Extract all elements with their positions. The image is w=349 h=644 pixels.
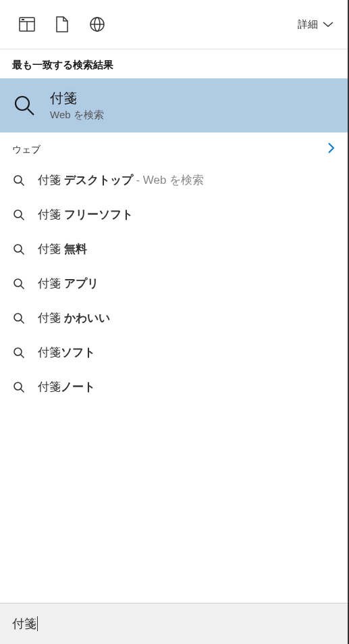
chevron-down-icon: [322, 21, 334, 28]
svg-point-11: [14, 210, 22, 218]
search-icon: [12, 174, 26, 187]
best-match-header: 最も一致する検索結果: [0, 49, 348, 78]
best-match-subtitle: Web を検索: [50, 109, 335, 122]
web-label: ウェブ: [12, 144, 41, 156]
svg-line-8: [28, 109, 34, 115]
suggestion-item[interactable]: 付箋 デスクトップ - Web を検索: [0, 163, 348, 197]
details-toggle[interactable]: 詳細: [298, 18, 334, 31]
svg-line-20: [21, 354, 24, 357]
best-match-item[interactable]: 付箋 Web を検索: [0, 78, 348, 132]
svg-point-13: [14, 245, 22, 252]
search-icon: [12, 93, 36, 118]
svg-point-15: [14, 279, 22, 287]
details-label: 詳細: [298, 18, 318, 31]
document-icon[interactable]: [54, 16, 70, 32]
svg-line-12: [21, 216, 24, 220]
search-icon: [12, 208, 26, 222]
search-icon: [12, 312, 26, 325]
search-icon: [12, 346, 26, 360]
suggestion-item[interactable]: 付箋 無料: [0, 232, 348, 266]
search-icon: [12, 380, 26, 394]
svg-point-21: [14, 382, 22, 390]
search-icon: [12, 277, 26, 291]
header-icons: [19, 16, 105, 32]
chevron-right-icon: [327, 142, 335, 157]
svg-point-9: [14, 176, 22, 183]
suggestion-item[interactable]: 付箋 かわいい: [0, 301, 348, 335]
suggestion-item[interactable]: 付箋ノート: [0, 370, 348, 404]
search-box[interactable]: 付箋: [0, 603, 348, 644]
svg-point-17: [14, 314, 22, 321]
suggestion-text: 付箋 かわいい: [38, 310, 110, 326]
suggestion-list: 付箋 デスクトップ - Web を検索 付箋 フリーソフト 付箋 無料 付箋 ア…: [0, 163, 348, 404]
suggestion-text: 付箋 アプリ: [38, 276, 99, 291]
best-match-text: 付箋 Web を検索: [50, 89, 335, 122]
apps-icon[interactable]: [19, 16, 35, 32]
suggestion-item[interactable]: 付箋 アプリ: [0, 266, 348, 301]
header-toolbar: 詳細: [0, 0, 348, 49]
svg-line-10: [21, 182, 24, 185]
svg-point-7: [16, 97, 29, 110]
text-cursor: [37, 616, 38, 631]
best-match-title: 付箋: [50, 89, 335, 107]
svg-point-19: [14, 348, 22, 355]
suggestion-text: 付箋 フリーソフト: [38, 207, 133, 222]
search-input[interactable]: 付箋: [12, 616, 36, 632]
suggestion-item[interactable]: 付箋ソフト: [0, 335, 348, 370]
svg-line-14: [21, 251, 24, 254]
search-icon: [12, 243, 26, 256]
svg-line-16: [21, 285, 24, 289]
suggestion-item[interactable]: 付箋 フリーソフト: [0, 197, 348, 232]
svg-line-18: [21, 320, 24, 323]
svg-line-22: [21, 389, 24, 392]
web-icon[interactable]: [89, 16, 105, 32]
web-section-header[interactable]: ウェブ: [0, 132, 348, 163]
suggestion-text: 付箋 デスクトップ - Web を検索: [38, 172, 204, 188]
suggestion-text: 付箋ノート: [38, 379, 95, 395]
suggestion-text: 付箋 無料: [38, 241, 87, 257]
suggestion-text: 付箋ソフト: [38, 345, 95, 360]
